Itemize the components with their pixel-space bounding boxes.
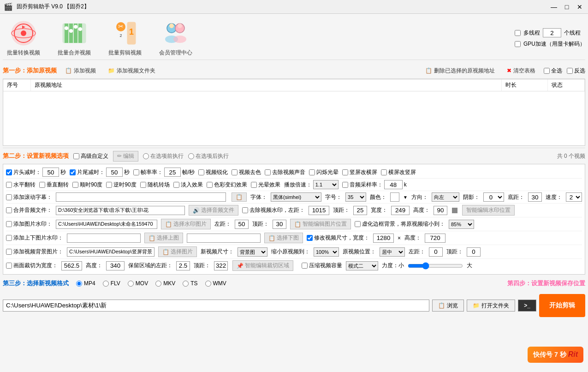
- compress-video-check[interactable]: 压缩视频容量: [302, 262, 342, 270]
- audio-sample-check[interactable]: [342, 182, 348, 188]
- landscape-portrait-check[interactable]: 横屏改竖屏: [381, 168, 416, 176]
- bottom-input[interactable]: [528, 192, 542, 202]
- audio-sample-input[interactable]: [384, 180, 403, 189]
- select-audio-btn[interactable]: 🔊 选择音频文件: [189, 205, 238, 216]
- maximize-button[interactable]: □: [562, 2, 571, 12]
- format-mp4[interactable]: MP4: [76, 280, 95, 287]
- random-rotate-check[interactable]: 随机转场: [140, 181, 170, 189]
- color-change-check[interactable]: 色彩变幻效果: [207, 181, 247, 189]
- portrait-landscape-check[interactable]: 竖屏改横屏: [342, 168, 377, 176]
- multi-thread-check[interactable]: [515, 30, 521, 36]
- batch-merge-button[interactable]: 批量合并视频: [53, 19, 95, 57]
- desaturate-check[interactable]: 视频去色: [232, 168, 261, 176]
- add-folder-button[interactable]: 📁 添加视频文件夹: [104, 66, 159, 76]
- smart-watermark-btn[interactable]: 智能编辑水印位置: [462, 205, 515, 216]
- edit-button[interactable]: ✏ 编辑: [113, 151, 138, 162]
- select-all-check[interactable]: 全选: [544, 67, 562, 75]
- shadow-select[interactable]: 0: [483, 192, 504, 202]
- start-edit-button[interactable]: 开始剪辑: [539, 294, 585, 317]
- scale-select[interactable]: 100%: [314, 247, 339, 257]
- watermark-width-input[interactable]: [391, 206, 410, 215]
- crop-top-input[interactable]: [214, 261, 228, 270]
- advanced-check[interactable]: 高级自定义: [73, 152, 108, 160]
- remove-watermark-check[interactable]: 去除视频水印，左距：: [242, 206, 305, 214]
- image-watermark-check[interactable]: 添加图片水印：: [6, 220, 52, 228]
- gpu-accel-check[interactable]: [515, 41, 521, 47]
- top-image-check[interactable]: 添加上下图片水印：: [6, 234, 63, 242]
- batch-edit-button[interactable]: ✂ 2 1 批量剪辑视频: [104, 19, 146, 57]
- crop-check[interactable]: 画面裁切为宽度：: [6, 262, 58, 270]
- resize-video-check[interactable]: 修改视频尺寸，宽度：: [307, 234, 369, 242]
- batch-convert-button[interactable]: ▶ 批量转换视频: [3, 19, 44, 57]
- top-image-path[interactable]: [67, 234, 141, 243]
- clip-head-check[interactable]: 片头减时： 秒: [6, 168, 66, 177]
- font-select[interactable]: 黑体(simhei): [271, 192, 321, 202]
- select-top-btn[interactable]: 📋 选择上图: [144, 233, 183, 243]
- watermark-top-input[interactable]: [353, 206, 367, 215]
- format-mkv[interactable]: MKV: [155, 280, 175, 287]
- pos-select[interactable]: 居中左上右上: [380, 247, 405, 257]
- flip-v-check[interactable]: 垂直翻转: [39, 181, 69, 189]
- font-size-select[interactable]: 35: [345, 192, 366, 202]
- before-exec-radio[interactable]: 在选项前执行: [143, 152, 184, 160]
- invert-check[interactable]: 反选: [567, 67, 585, 75]
- light-effect-check[interactable]: 光晕效果: [251, 181, 280, 189]
- format-wmv[interactable]: WMV: [205, 280, 226, 287]
- scroll-text-input[interactable]: [56, 192, 226, 202]
- clip-head-input[interactable]: [42, 168, 59, 177]
- format-ts[interactable]: TS: [183, 280, 197, 287]
- clip-tail-input[interactable]: [106, 168, 123, 177]
- bg-image-check[interactable]: 添加视频背景图片：: [6, 248, 63, 256]
- crop-left-input[interactable]: [176, 261, 190, 270]
- strength-slider[interactable]: [408, 262, 463, 270]
- font-color-swatch[interactable]: [390, 192, 399, 202]
- new-size-select[interactable]: 背景图: [238, 247, 267, 257]
- thread-count-input[interactable]: 2: [543, 28, 561, 37]
- crop-width-input[interactable]: [61, 261, 82, 270]
- scroll-text-check[interactable]: 添加滚动字幕：: [6, 193, 52, 201]
- output-path-input[interactable]: [3, 300, 429, 312]
- bg-image-path[interactable]: [67, 247, 154, 257]
- after-exec-radio[interactable]: 在选项后执行: [188, 152, 229, 160]
- direction-select[interactable]: 向左向右: [432, 192, 459, 202]
- flip-h-check[interactable]: 水平翻转: [6, 181, 36, 189]
- frame-rate-input[interactable]: [164, 168, 181, 177]
- image-watermark-path[interactable]: [56, 220, 157, 229]
- format-mov[interactable]: MOV: [128, 280, 148, 287]
- rotate-n90-check[interactable]: 逆时90度: [106, 181, 136, 189]
- bottom-image-path[interactable]: [187, 234, 261, 243]
- add-video-button[interactable]: 📋 添加视频: [61, 66, 100, 76]
- audio-path-input[interactable]: [56, 206, 185, 215]
- resize-height-input[interactable]: [425, 234, 445, 243]
- select-bg-btn[interactable]: 📋 选择图片: [158, 246, 197, 257]
- delete-video-button[interactable]: 📋 删除已选择的原视频地址: [422, 66, 499, 76]
- sharpen-check[interactable]: 视频锐化: [198, 168, 228, 176]
- font-edit-btn[interactable]: 📋: [232, 192, 247, 202]
- open-folder-button[interactable]: 📁 打开文件夹: [467, 300, 515, 312]
- select-image-btn[interactable]: 📋 选择水印图片: [161, 219, 211, 229]
- virtual-bg-select[interactable]: 85%80%90%: [449, 220, 474, 229]
- terminal-button[interactable]: >_: [518, 300, 536, 312]
- bg-top-input[interactable]: [467, 247, 481, 257]
- remove-audio-check[interactable]: 去除视频声音: [265, 168, 305, 176]
- watermark-left-input[interactable]: [309, 206, 329, 215]
- smart-crop-btn[interactable]: 📌 智能编辑裁切区域: [232, 260, 293, 271]
- clear-table-button[interactable]: ✖ 清空表格: [503, 66, 539, 76]
- fade-effect-check[interactable]: 淡入效果: [173, 181, 203, 189]
- bg-left-input[interactable]: [429, 247, 443, 257]
- play-speed-select[interactable]: 1.11.21.52.0: [313, 180, 339, 189]
- image-top-input[interactable]: [273, 220, 286, 229]
- select-bottom-btn[interactable]: 📋 选择下图: [264, 233, 303, 243]
- format-flv[interactable]: FLV: [103, 280, 120, 287]
- member-center-button[interactable]: 会员管理中心: [155, 19, 196, 57]
- flash-light-check[interactable]: 闪烁光晕: [309, 168, 339, 176]
- browse-button[interactable]: 📋 浏览: [432, 300, 464, 312]
- image-left-input[interactable]: [235, 220, 249, 229]
- crop-height-input[interactable]: [106, 261, 125, 270]
- close-button[interactable]: ✕: [575, 2, 584, 12]
- scroll-speed-select[interactable]: 2: [566, 192, 582, 202]
- smart-image-btn[interactable]: 📋 智能编辑图片位置: [290, 219, 351, 229]
- resize-width-input[interactable]: [373, 234, 394, 243]
- frame-rate-check[interactable]: 帧率率： 帧/秒: [133, 168, 195, 177]
- rotate90-check[interactable]: 顺时90度: [72, 181, 102, 189]
